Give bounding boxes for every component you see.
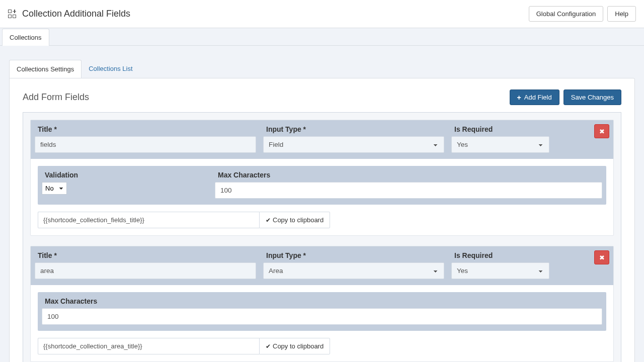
max-chars-input[interactable] xyxy=(215,182,602,199)
check-icon: ✔ xyxy=(266,217,271,224)
save-changes-button[interactable]: Save Changes xyxy=(564,89,621,105)
shortcode-input[interactable] xyxy=(38,338,259,354)
main-panel: Add Form Fields + Add Field Save Changes… xyxy=(9,78,635,362)
plus-icon: + xyxy=(517,94,521,101)
validation-select[interactable]: No xyxy=(42,182,67,195)
close-icon: ✖ xyxy=(599,128,605,135)
label-input-type: Input Type * xyxy=(263,125,444,133)
required-select[interactable]: Yes xyxy=(451,262,549,279)
topbar: Collection Additional Fields Global Conf… xyxy=(0,0,644,28)
label-title: Title * xyxy=(35,125,256,133)
panel-title: Add Form Fields xyxy=(23,92,89,103)
col-title: Title * xyxy=(35,125,256,153)
close-icon: ✖ xyxy=(599,254,605,261)
col-max-chars: Max Characters xyxy=(215,171,602,199)
subnav: Collections xyxy=(0,28,644,46)
field-header-row: Title * Input Type * Area Is Required Ye… xyxy=(31,246,613,285)
page-title: Collection Additional Fields xyxy=(22,9,130,19)
input-type-select[interactable]: Area xyxy=(263,262,444,279)
topbar-right: Global Configuration Help xyxy=(529,6,636,22)
field-sub-row: Validation No Max Characters xyxy=(38,166,606,205)
global-config-button[interactable]: Global Configuration xyxy=(529,6,604,22)
label-validation: Validation xyxy=(42,171,208,179)
col-required: Is Required Yes xyxy=(451,251,549,279)
content: Collections Settings Collections List Ad… xyxy=(0,46,644,362)
label-title: Title * xyxy=(35,251,256,259)
tab-collections[interactable]: Collections xyxy=(2,29,49,46)
label-required: Is Required xyxy=(451,125,549,133)
field-block: Title * Input Type * Area Is Required Ye… xyxy=(30,246,614,362)
field-sub-row: Max Characters xyxy=(38,292,606,331)
label-input-type: Input Type * xyxy=(263,251,444,259)
copy-button[interactable]: ✔ Copy to clipboard xyxy=(259,338,330,354)
topbar-left: Collection Additional Fields xyxy=(8,9,130,19)
copy-label: Copy to clipboard xyxy=(273,342,324,350)
col-input-type: Input Type * Area xyxy=(263,251,444,279)
tab-collections-settings[interactable]: Collections Settings xyxy=(9,60,82,78)
help-button[interactable]: Help xyxy=(607,6,636,22)
max-chars-input[interactable] xyxy=(42,308,602,325)
delete-field-button[interactable]: ✖ xyxy=(594,250,609,264)
field-block: Title * Input Type * Field Is Required Y… xyxy=(30,120,614,236)
panel-actions: + Add Field Save Changes xyxy=(510,89,621,105)
fields-wrap: Title * Input Type * Field Is Required Y… xyxy=(23,112,621,362)
title-input[interactable] xyxy=(35,136,256,153)
copy-label: Copy to clipboard xyxy=(273,216,324,224)
col-max-chars: Max Characters xyxy=(42,297,602,325)
add-field-button[interactable]: + Add Field xyxy=(510,89,559,105)
col-title: Title * xyxy=(35,251,256,279)
inner-tabs: Collections Settings Collections List xyxy=(9,60,635,78)
shortcode-row: ✔ Copy to clipboard xyxy=(38,212,606,228)
panel-head: Add Form Fields + Add Field Save Changes xyxy=(23,89,621,105)
col-required: Is Required Yes xyxy=(451,125,549,153)
shortcode-row: ✔ Copy to clipboard xyxy=(38,338,606,354)
input-type-select[interactable]: Field xyxy=(263,136,444,153)
title-input[interactable] xyxy=(35,262,256,279)
field-header-row: Title * Input Type * Field Is Required Y… xyxy=(31,120,613,159)
copy-button[interactable]: ✔ Copy to clipboard xyxy=(259,212,330,228)
label-max-chars: Max Characters xyxy=(215,171,602,179)
app-icon xyxy=(8,10,17,19)
delete-field-button[interactable]: ✖ xyxy=(594,124,609,138)
col-validation: Validation No xyxy=(42,171,208,199)
col-input-type: Input Type * Field xyxy=(263,125,444,153)
label-required: Is Required xyxy=(451,251,549,259)
tab-collections-list[interactable]: Collections List xyxy=(82,60,139,78)
shortcode-input[interactable] xyxy=(38,212,259,228)
check-icon: ✔ xyxy=(266,343,271,350)
add-field-label: Add Field xyxy=(524,94,552,101)
required-select[interactable]: Yes xyxy=(451,136,549,153)
label-max-chars: Max Characters xyxy=(42,297,602,305)
